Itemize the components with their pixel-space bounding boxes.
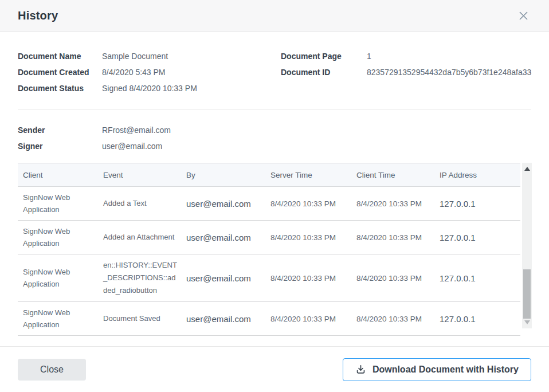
table-row: SignNow Web Application Document Saved u… [18,302,520,336]
table-row: SignNow Web Application en::HISTORY::EVE… [18,254,520,302]
document-info-left-column: Document Name Sample Document Document C… [18,48,281,96]
document-name-value: Sample Document [102,48,168,64]
history-table-header: Client Event By Server Time Client Time … [18,163,520,187]
column-header-client: Client [18,171,98,179]
cell-client: SignNow Web Application [18,307,98,331]
document-id-value: 82357291352954432da7b5y6b73f1e248afa33 [367,64,531,80]
document-status-row: Document Status Signed 8/4/2020 10:33 PM [18,80,281,96]
cell-ip: 127.0.0.1 [434,314,520,324]
modal-footer: Close Download Document with History [0,346,549,392]
participants-section: Sender RFrost@email.com Signer user@emai… [18,109,531,163]
cell-client: SignNow Web Application [18,266,98,290]
cell-server-time: 8/4/2020 10:33 PM [265,233,351,242]
cell-server-time: 8/4/2020 10:33 PM [265,199,351,208]
column-header-ip-address: IP Address [434,171,520,179]
cell-event: Added a Text [98,197,181,210]
table-row: SignNow Web Application Added an Attachm… [18,221,520,254]
signer-value: user@email.com [102,138,162,154]
cell-server-time: 8/4/2020 10:33 PM [265,274,351,283]
page-title: History [18,9,58,22]
modal-body: Document Name Sample Document Document C… [0,32,549,336]
cell-server-time: 8/4/2020 10:33 PM [265,315,351,323]
document-name-row: Document Name Sample Document [18,48,281,64]
cell-client: SignNow Web Application [18,225,98,249]
history-modal: { "header": { "title": "History" }, "doc… [0,0,549,392]
document-id-row: Document ID 82357291352954432da7b5y6b73f… [281,64,531,80]
download-button-label: Download Document with History [372,364,519,375]
signer-row: Signer user@email.com [18,138,531,154]
cell-by: user@email.com [181,199,265,209]
cell-client: SignNow Web Application [18,191,98,215]
cell-client-time: 8/4/2020 10:33 PM [351,199,434,208]
column-header-client-time: Client Time [351,171,434,179]
column-header-server-time: Server Time [265,171,351,179]
sender-value: RFrost@email.com [102,122,171,138]
document-info-section: Document Name Sample Document Document C… [18,32,531,109]
document-page-label: Document Page [281,48,367,64]
history-table-body: SignNow Web Application Added a Text use… [18,187,520,336]
column-header-by: By [181,171,265,179]
table-scrollbar[interactable] [522,163,532,328]
scroll-down-icon [524,320,530,324]
column-header-event: Event [98,171,181,179]
scroll-up-icon [524,167,530,171]
document-page-value: 1 [367,48,371,64]
cell-by: user@email.com [181,314,265,324]
signer-label: Signer [18,138,102,154]
sender-row: Sender RFrost@email.com [18,122,531,138]
document-status-value: Signed 8/4/2020 10:33 PM [102,80,197,96]
cell-by: user@email.com [181,233,265,242]
download-document-with-history-button[interactable]: Download Document with History [343,358,531,381]
document-id-label: Document ID [281,64,367,80]
document-page-row: Document Page 1 [281,48,531,64]
sender-label: Sender [18,122,102,138]
cell-event: Document Saved [98,312,181,325]
history-table: Client Event By Server Time Client Time … [18,163,520,336]
cell-client-time: 8/4/2020 10:33 PM [351,274,434,283]
scrollbar-thumb[interactable] [523,269,531,319]
document-info-right-column: Document Page 1 Document ID 823572913529… [281,48,531,96]
close-button[interactable] [516,8,531,23]
cell-event: en::HISTORY::EVENT_DESCRIPTIONS::added_r… [98,259,181,297]
cell-by: user@email.com [181,273,265,283]
cell-client-time: 8/4/2020 10:33 PM [351,315,434,323]
document-status-label: Document Status [18,80,102,96]
document-created-value: 8/4/2020 5:43 PM [102,64,166,80]
cell-event: Added an Attachment [98,231,181,244]
cell-client-time: 8/4/2020 10:33 PM [351,233,434,242]
modal-header: History [0,0,549,32]
cell-ip: 127.0.0.1 [434,233,520,242]
close-modal-button[interactable]: Close [18,359,86,381]
scroll-up-button[interactable] [522,164,532,174]
cell-ip: 127.0.0.1 [434,199,520,209]
scroll-down-button[interactable] [522,317,532,327]
download-icon [355,364,366,375]
table-row: SignNow Web Application Added a Text use… [18,187,520,221]
cell-ip: 127.0.0.1 [434,273,520,283]
close-icon [518,10,529,21]
document-created-label: Document Created [18,64,102,80]
document-name-label: Document Name [18,48,102,64]
document-created-row: Document Created 8/4/2020 5:43 PM [18,64,281,80]
